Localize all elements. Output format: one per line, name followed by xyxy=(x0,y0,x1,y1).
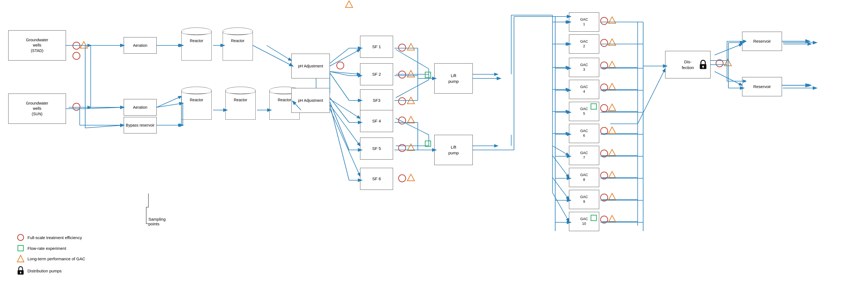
svg-point-62 xyxy=(73,42,80,49)
gac3-label: GAC 3 xyxy=(580,63,588,72)
svg-marker-96 xyxy=(609,149,616,156)
gac10-label: GAC 10 xyxy=(580,217,588,226)
symbol-circle-ph1 xyxy=(335,60,345,71)
sf1-label: SF 1 xyxy=(372,44,381,50)
svg-line-115 xyxy=(85,107,124,109)
reservoir1-box: Reservoir xyxy=(742,32,782,51)
svg-point-70 xyxy=(399,71,406,78)
gac4-box: GAC 4 xyxy=(569,80,599,99)
reservoir1-label: Reservoir xyxy=(753,38,771,44)
svg-marker-79 xyxy=(407,174,414,181)
gac8-label: GAC 8 xyxy=(580,173,588,182)
svg-point-74 xyxy=(399,117,406,124)
aeration2-box: Aeration xyxy=(124,99,157,115)
gac6-label: GAC 6 xyxy=(580,129,588,138)
sampling-points-label: Sampling points xyxy=(148,217,166,226)
gac4-label: GAC 4 xyxy=(580,85,588,94)
svg-point-97 xyxy=(600,172,608,179)
svg-point-88 xyxy=(600,84,608,91)
symbol-square-lp2 xyxy=(425,140,431,147)
svg-point-72 xyxy=(399,98,406,105)
legend-symbol-lock xyxy=(17,266,25,276)
symbol-triangle-sf5 xyxy=(407,143,415,151)
symbol-square-gac5 xyxy=(590,103,597,110)
gac1-box: GAC 1 xyxy=(569,12,599,32)
ph-adj1-box: pH Adjustment xyxy=(291,54,330,78)
sf6-box: SF 6 xyxy=(360,168,393,190)
symbol-circle-gac3 xyxy=(599,60,609,71)
svg-point-84 xyxy=(600,39,608,47)
diagram: Groundwater wells (STAD) Groundwater wel… xyxy=(0,0,868,301)
reservoir2-box: Reservoir xyxy=(742,77,782,96)
svg-line-42 xyxy=(553,193,569,221)
svg-line-8 xyxy=(157,96,181,107)
symbol-circle-gac10 xyxy=(599,215,609,224)
svg-point-82 xyxy=(600,17,608,25)
svg-line-120 xyxy=(253,46,293,66)
reactor-bot1: Reactor xyxy=(181,87,212,120)
reactor-bot2: Reactor xyxy=(225,87,256,120)
lift-pump1-box: Lift pump xyxy=(434,63,473,93)
symbol-triangle-gac7 xyxy=(608,148,616,157)
svg-line-20 xyxy=(330,109,360,176)
svg-line-40 xyxy=(553,156,569,177)
symbol-circle-sf2 xyxy=(397,70,407,80)
svg-marker-89 xyxy=(609,83,616,90)
svg-line-121 xyxy=(157,103,183,107)
svg-point-68 xyxy=(399,44,406,51)
lift-pump2-box: Lift pump xyxy=(434,135,473,165)
svg-marker-71 xyxy=(407,71,414,77)
svg-point-90 xyxy=(600,105,608,112)
symbol-triangle-sf4 xyxy=(407,115,415,124)
svg-line-19 xyxy=(330,105,360,146)
gac9-label: GAC 9 xyxy=(580,195,588,204)
legend-symbol-circle xyxy=(17,233,25,242)
legend-item-flow-rate: Flow-rate experiment xyxy=(17,245,85,251)
svg-point-65 xyxy=(73,103,80,110)
svg-rect-91 xyxy=(591,104,596,109)
sf5-label: SF 5 xyxy=(372,146,381,151)
symbol-circle-sf6 xyxy=(397,173,407,183)
aeration1-box: Aeration xyxy=(124,37,157,54)
symbol-circle-sf3 xyxy=(397,96,407,106)
gac7-label: GAC 7 xyxy=(580,151,588,160)
svg-line-18 xyxy=(330,99,360,118)
legend-item-long-term: Long-term performance of GAC xyxy=(17,255,85,263)
symbol-triangle-gac1 xyxy=(608,16,616,24)
symbol-square-gac10 xyxy=(590,215,597,221)
svg-line-117 xyxy=(85,125,124,128)
svg-rect-80 xyxy=(425,72,431,78)
svg-point-99 xyxy=(600,194,608,201)
svg-marker-87 xyxy=(609,61,616,68)
svg-point-76 xyxy=(399,144,406,152)
legend-symbol-triangle xyxy=(17,255,25,263)
lift-pump2-label: Lift pump xyxy=(448,144,459,156)
sf4-label: SF 4 xyxy=(372,118,381,124)
legend: Full-scale treatment efficiency Flow-rat… xyxy=(17,233,85,279)
symbol-circle-gac9 xyxy=(599,193,609,202)
symbol-triangle-gac2 xyxy=(608,38,616,46)
symbol-triangle-gac5 xyxy=(608,103,616,111)
reactor-top2: Reactor xyxy=(223,28,253,60)
symbol-circle-sf5 xyxy=(397,143,407,153)
symbol-square-lp1 xyxy=(425,72,431,78)
legend-item-full-scale: Full-scale treatment efficiency xyxy=(17,233,85,242)
gac2-box: GAC 2 xyxy=(569,34,599,54)
lift-pump1-label: Lift pump xyxy=(448,73,459,84)
svg-rect-81 xyxy=(425,141,431,146)
svg-marker-83 xyxy=(609,17,616,23)
symbol-triangle-gac4 xyxy=(608,83,616,91)
svg-point-105 xyxy=(702,66,704,67)
svg-point-86 xyxy=(600,62,608,69)
gac5-label: GAC 5 xyxy=(580,107,588,116)
symbol-circle-gac6 xyxy=(599,126,609,136)
svg-point-95 xyxy=(600,150,608,157)
svg-line-131 xyxy=(330,73,349,101)
svg-marker-94 xyxy=(609,127,616,133)
svg-line-23 xyxy=(396,80,429,98)
svg-marker-103 xyxy=(609,215,616,222)
symbol-triangle-sf2 xyxy=(407,70,415,78)
bypass-box: Bypass reservoir xyxy=(124,117,157,133)
svg-marker-69 xyxy=(407,44,414,50)
line-dis-res2 xyxy=(711,63,746,91)
